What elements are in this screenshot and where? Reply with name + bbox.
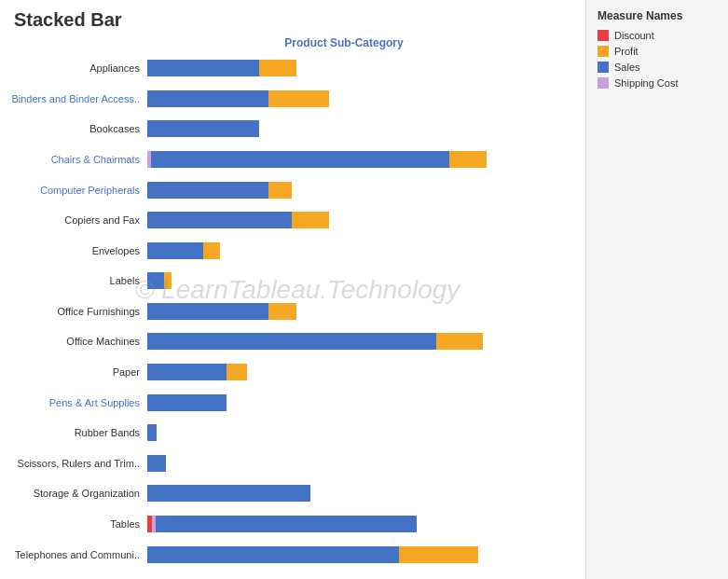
row-label: Copiers and Fax (9, 214, 147, 226)
bar-container (147, 151, 487, 168)
table-row: Tables (9, 511, 585, 537)
row-label: Paper (9, 366, 147, 378)
row-label: Storage & Organization (9, 488, 147, 499)
bar-segment-sales (147, 272, 164, 289)
bar-container (147, 272, 172, 289)
bar-container (147, 182, 292, 199)
chart-title: Stacked Bar (14, 9, 585, 31)
legend-swatch (598, 62, 609, 73)
bar-segment-sales (147, 424, 157, 441)
bar-segment-profit (203, 242, 220, 259)
table-row: Labels (9, 268, 585, 294)
bar-segment-profit (268, 182, 292, 199)
table-row: Storage & Organization (9, 480, 585, 506)
legend-label: Shipping Cost (614, 77, 679, 89)
row-label: Appliances (9, 62, 147, 74)
bar-container (147, 120, 259, 137)
legend-item: Profit (598, 46, 717, 57)
bar-container (147, 364, 247, 380)
row-label: Chairs & Chairmats (9, 154, 147, 165)
bar-segment-profit (268, 303, 296, 320)
bar-segment-sales (147, 364, 227, 380)
table-row: Office Machines (9, 328, 585, 354)
bar-segment-sales (147, 455, 166, 472)
table-row: Paper (9, 359, 585, 385)
table-row: Telephones and Communi.. (9, 542, 585, 568)
row-label: Labels (9, 275, 147, 286)
row-label: Bookcases (9, 123, 147, 134)
bar-container (147, 60, 296, 76)
bar-segment-sales (147, 333, 436, 350)
table-row: Pens & Art Supplies (9, 390, 585, 416)
table-row: Copiers and Fax (9, 207, 585, 233)
table-row: Chairs & Chairmats (9, 146, 585, 172)
chart-rows: AppliancesBinders and Binder Access..Boo… (9, 53, 585, 570)
bar-segment-sales (147, 90, 268, 107)
bar-container (147, 303, 296, 320)
legend-swatch (598, 77, 609, 89)
legend-label: Profit (614, 46, 639, 57)
legend-label: Discount (614, 30, 654, 41)
bar-container (147, 394, 227, 411)
bar-segment-sales (147, 303, 268, 320)
legend-item: Shipping Cost (598, 77, 717, 89)
bar-container (147, 455, 166, 472)
table-row: Binders and Binder Access.. (9, 86, 585, 112)
bar-segment-sales (147, 182, 268, 199)
bar-segment-sales (147, 60, 259, 76)
bar-segment-sales (147, 394, 227, 411)
bar-segment-profit (268, 90, 329, 107)
table-row: Appliances (9, 55, 585, 81)
table-row: Office Furnishings (9, 298, 585, 324)
legend-swatch (598, 46, 609, 57)
bar-container (147, 90, 329, 107)
bar-container (147, 485, 310, 502)
bar-segment-profit (449, 151, 487, 168)
row-label: Office Furnishings (9, 306, 147, 317)
table-row: Computer Peripherals (9, 177, 585, 203)
row-label: Scissors, Rulers and Trim.. (9, 458, 147, 469)
legend-swatch (598, 30, 609, 41)
bar-segment-sales (147, 485, 310, 502)
legend-label: Sales (614, 62, 640, 73)
bar-segment-sales (156, 516, 417, 532)
table-row: Scissors, Rulers and Trim.. (9, 450, 585, 476)
bar-container (147, 516, 417, 532)
bar-segment-profit (227, 364, 247, 380)
bar-segment-profit (292, 212, 329, 228)
table-row: Bookcases (9, 116, 585, 142)
row-label: Telephones and Communi.. (9, 549, 147, 560)
bar-container (147, 212, 329, 228)
bar-segment-profit (436, 333, 483, 350)
row-label: Rubber Bands (9, 427, 147, 438)
row-label: Binders and Binder Access.. (9, 93, 147, 104)
chart-subtitle: Product Sub-Category (103, 36, 585, 49)
table-row: Rubber Bands (9, 420, 585, 446)
bar-segment-sales (147, 242, 203, 259)
bar-segment-profit (164, 272, 172, 289)
legend-title: Measure Names (598, 9, 717, 22)
row-label: Computer Peripherals (9, 185, 147, 196)
legend-item: Sales (598, 62, 717, 73)
row-label: Tables (9, 518, 147, 530)
bar-segment-sales (147, 120, 259, 137)
bar-segment-profit (399, 546, 478, 563)
bar-container (147, 424, 157, 441)
table-row: Envelopes (9, 238, 585, 264)
bar-segment-profit (259, 60, 296, 76)
legend: Measure Names DiscountProfitSalesShippin… (585, 0, 728, 579)
bar-segment-sales (151, 151, 449, 168)
row-label: Pens & Art Supplies (9, 397, 147, 408)
bar-segment-sales (147, 212, 292, 228)
bar-container (147, 546, 478, 563)
bar-container (147, 242, 220, 259)
bar-segment-sales (147, 546, 399, 563)
bar-container (147, 333, 483, 350)
row-label: Office Machines (9, 336, 147, 347)
row-label: Envelopes (9, 245, 147, 256)
legend-item: Discount (598, 30, 717, 41)
